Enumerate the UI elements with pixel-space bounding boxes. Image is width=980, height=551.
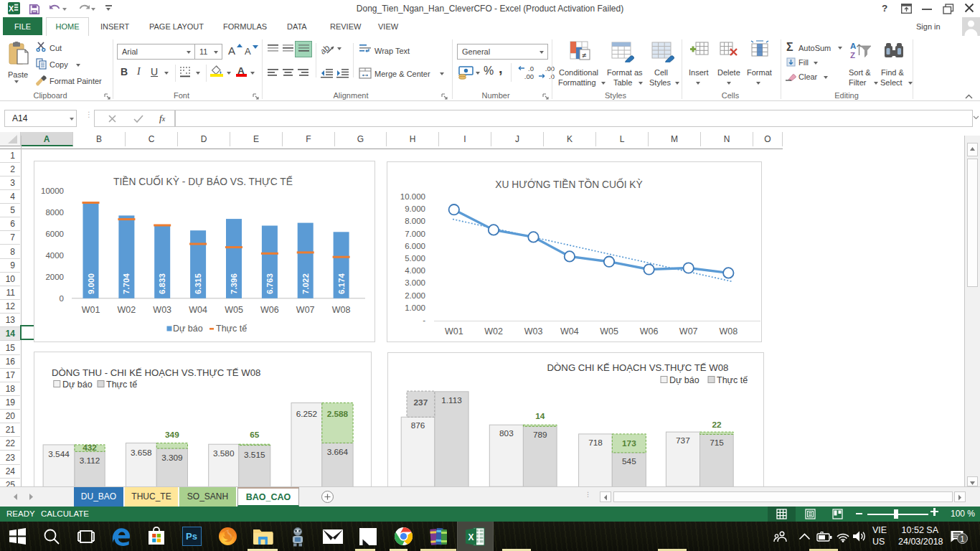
svg-text:6.763: 6.763	[265, 273, 274, 294]
svg-text:9.000: 9.000	[405, 204, 425, 213]
svg-text:W02: W02	[484, 326, 503, 336]
svg-text:TIỀN CUỐI KỲ - DỰ BÁO VS. THỰC: TIỀN CUỐI KỲ - DỰ BÁO VS. THỰC TẾ	[113, 175, 293, 187]
svg-text:4000: 4000	[45, 251, 64, 260]
svg-text:Dự báo: Dự báo	[669, 375, 699, 385]
svg-text:W05: W05	[600, 326, 618, 336]
svg-text:W07: W07	[296, 305, 315, 315]
svg-text:3.658: 3.658	[131, 448, 152, 458]
svg-text:X: X	[468, 532, 473, 542]
svg-text:3.664: 3.664	[327, 447, 349, 457]
svg-text:≠: ≠	[582, 51, 586, 60]
svg-text:3.515: 3.515	[244, 450, 265, 460]
svg-text:432: 432	[83, 443, 97, 453]
svg-text:W04: W04	[189, 305, 207, 315]
svg-text:9.000: 9.000	[87, 273, 95, 294]
svg-text:65: 65	[250, 430, 260, 440]
svg-text:3.000: 3.000	[405, 278, 425, 287]
svg-text:2.000: 2.000	[405, 291, 425, 300]
svg-text:W02: W02	[118, 305, 136, 315]
svg-text:10.000: 10.000	[400, 192, 425, 201]
svg-text:Thực tế: Thực tế	[216, 324, 247, 334]
svg-text:DÒNG CHI KẾ HOẠCH VS.THỰC TẾ W: DÒNG CHI KẾ HOẠCH VS.THỰC TẾ W08	[547, 362, 729, 373]
svg-text:1.000: 1.000	[405, 303, 425, 312]
svg-text:.00: .00	[545, 65, 555, 72]
svg-text:22: 22	[712, 420, 722, 430]
svg-text:10000: 10000	[41, 187, 64, 195]
svg-text:6.833: 6.833	[158, 273, 166, 294]
svg-text:2.588: 2.588	[327, 409, 349, 419]
svg-text:Dự báo: Dự báo	[62, 380, 93, 390]
svg-text:3.544: 3.544	[48, 449, 70, 459]
svg-text:803: 803	[499, 428, 514, 438]
svg-text:545: 545	[622, 456, 636, 466]
svg-text:W08: W08	[332, 305, 351, 315]
svg-text:6.000: 6.000	[405, 242, 425, 250]
svg-text:737: 737	[676, 435, 690, 446]
svg-text:1.113: 1.113	[441, 395, 462, 405]
svg-text:2000: 2000	[45, 273, 64, 281]
svg-text:W03: W03	[153, 305, 171, 315]
svg-text:718: 718	[588, 438, 603, 448]
svg-text:6.252: 6.252	[296, 409, 318, 419]
svg-text:6000: 6000	[45, 230, 64, 238]
svg-text:715: 715	[710, 438, 724, 448]
svg-text:ab: ab	[321, 42, 331, 56]
svg-text:6.174: 6.174	[337, 273, 346, 294]
svg-text:173: 173	[622, 438, 636, 448]
svg-text:Z: Z	[850, 51, 855, 60]
svg-text:3.112: 3.112	[80, 456, 100, 466]
svg-text:-: -	[423, 316, 425, 324]
svg-text:349: 349	[165, 430, 179, 440]
svg-text:W04: W04	[560, 326, 579, 336]
svg-text:A: A	[850, 42, 856, 50]
svg-text:W03: W03	[524, 326, 543, 336]
svg-text:3.309: 3.309	[161, 453, 183, 463]
svg-text:4.000: 4.000	[405, 266, 425, 275]
svg-text:W08: W08	[719, 326, 738, 336]
svg-text:W07: W07	[679, 326, 698, 336]
svg-text:Dự báo: Dự báo	[173, 324, 203, 334]
svg-text:8000: 8000	[45, 208, 64, 217]
svg-text:7.704: 7.704	[122, 273, 131, 294]
svg-text:W06: W06	[640, 326, 659, 336]
svg-text:7.000: 7.000	[405, 230, 425, 238]
svg-text:W05: W05	[225, 305, 243, 315]
svg-text:8.000: 8.000	[405, 217, 425, 225]
svg-text:876: 876	[411, 420, 425, 430]
svg-text:W06: W06	[260, 305, 279, 315]
svg-text:W01: W01	[445, 326, 463, 336]
svg-text:7.022: 7.022	[301, 273, 310, 294]
svg-text:5.000: 5.000	[405, 254, 425, 263]
svg-text:DÒNG THU - CHI KẾ HOẠCH VS.THỰ: DÒNG THU - CHI KẾ HOẠCH VS.THỰC TẾ W08	[52, 367, 260, 378]
svg-text:237: 237	[414, 397, 428, 408]
svg-text:Thực tế: Thực tế	[106, 380, 137, 390]
svg-text:14: 14	[535, 411, 545, 421]
svg-text:7.396: 7.396	[230, 273, 238, 294]
svg-text:W01: W01	[82, 305, 100, 315]
svg-text:XU HƯỚNG TIỀN TỒN CUỐI KỲ: XU HƯỚNG TIỀN TỒN CUỐI KỲ	[495, 178, 643, 190]
svg-text:.0: .0	[528, 65, 534, 72]
svg-text:789: 789	[533, 430, 547, 440]
svg-text:6.315: 6.315	[194, 273, 202, 294]
svg-text:3.580: 3.580	[213, 448, 235, 458]
svg-text:0: 0	[60, 294, 64, 303]
svg-text:Thực tế: Thực tế	[717, 375, 748, 385]
svg-text:.00: .00	[524, 72, 534, 80]
